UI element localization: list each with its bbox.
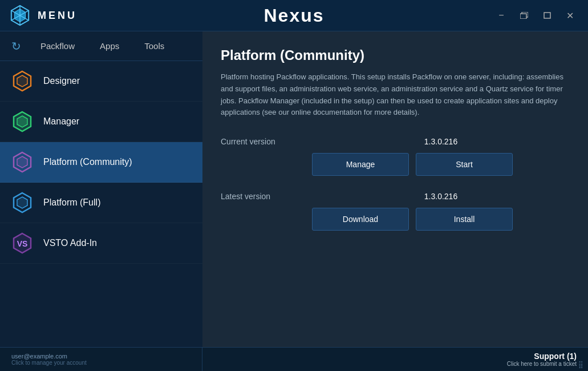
sidebar-item-platform-full[interactable]: Platform (Full) — [0, 183, 202, 223]
refresh-icon[interactable]: ↻ — [11, 39, 21, 53]
page-description: Platform hosting Packflow applications. … — [221, 71, 570, 119]
manager-icon — [11, 111, 33, 132]
title-bar-left: MENU — [9, 5, 77, 26]
platform-full-icon — [11, 192, 33, 213]
svg-rect-6 — [520, 14, 526, 19]
current-version-number: 1.3.0.216 — [312, 137, 570, 146]
platform-community-icon — [11, 151, 33, 173]
bottom-bar: user@example.com Click to manage your ac… — [0, 347, 588, 371]
sidebar-items-list: Designer Manager Platform (Community) — [0, 61, 202, 347]
account-email: user@example.com — [11, 353, 190, 360]
sidebar-item-vsto-label: VSTO Add-In — [43, 238, 97, 248]
content-area: Platform (Community) Platform hosting Pa… — [202, 31, 588, 347]
sidebar-nav: ↻ Packflow Apps Tools — [0, 31, 202, 61]
sidebar-tab-packflow[interactable]: Packflow — [30, 38, 85, 54]
sidebar-item-platform-community-label: Platform (Community) — [43, 157, 132, 167]
current-version-section: Current version 1.3.0.216 Manage Start — [221, 137, 570, 176]
current-version-buttons-row: Manage Start — [221, 153, 570, 176]
latest-version-row: Latest version 1.3.0.216 — [221, 192, 570, 201]
app-title: Nexus — [263, 5, 324, 26]
svg-marker-13 — [17, 156, 27, 168]
sidebar-item-designer-label: Designer — [43, 76, 80, 86]
page-title: Platform (Community) — [221, 47, 570, 63]
sidebar-tab-tools[interactable]: Tools — [134, 38, 175, 54]
current-version-buttons: Manage Start — [312, 153, 513, 176]
current-version-label: Current version — [221, 137, 312, 146]
title-bar: MENU Nexus − ✕ — [0, 0, 588, 31]
menu-label: MENU — [38, 10, 77, 22]
manage-button[interactable]: Manage — [312, 153, 409, 176]
support-hint: Click here to submit a ticket — [507, 361, 577, 367]
minimize-button[interactable]: − — [492, 7, 510, 23]
vsto-icon: VS — [11, 232, 33, 254]
designer-icon — [11, 70, 33, 92]
dots-icon: ⣿ — [578, 361, 583, 369]
latest-version-section: Latest version 1.3.0.216 Download Instal… — [221, 192, 570, 231]
sidebar-item-designer[interactable]: Designer — [0, 61, 202, 102]
sidebar: ↻ Packflow Apps Tools Designer Manager — [0, 31, 202, 347]
restore-button[interactable] — [515, 7, 533, 23]
sidebar-item-vsto-addin[interactable]: VS VSTO Add-In — [0, 223, 202, 264]
svg-marker-9 — [17, 75, 27, 87]
svg-marker-11 — [17, 116, 27, 127]
main-layout: ↻ Packflow Apps Tools Designer Manager — [0, 31, 588, 347]
sidebar-item-manager[interactable]: Manager — [0, 102, 202, 142]
app-logo — [9, 5, 31, 26]
sidebar-item-platform-community[interactable]: Platform (Community) — [0, 142, 202, 183]
latest-version-number: 1.3.0.216 — [312, 192, 570, 201]
maximize-button[interactable] — [538, 7, 556, 23]
latest-version-buttons-row: Download Install — [221, 208, 570, 231]
latest-version-label: Latest version — [221, 192, 312, 201]
current-version-row: Current version 1.3.0.216 — [221, 137, 570, 146]
sidebar-tab-apps[interactable]: Apps — [90, 38, 129, 54]
close-button[interactable]: ✕ — [561, 7, 579, 23]
install-button[interactable]: Install — [416, 208, 513, 231]
support-title: Support (1) — [534, 352, 577, 361]
download-button[interactable]: Download — [312, 208, 409, 231]
sidebar-item-platform-full-label: Platform (Full) — [43, 197, 100, 208]
svg-text:VS: VS — [17, 239, 28, 248]
latest-version-buttons: Download Install — [312, 208, 513, 231]
start-button[interactable]: Start — [416, 153, 513, 176]
svg-marker-15 — [17, 197, 27, 208]
window-controls: − ✕ — [492, 7, 579, 23]
sidebar-item-manager-label: Manager — [43, 116, 79, 127]
svg-rect-7 — [544, 13, 550, 18]
account-hint: Click to manage your account — [11, 360, 190, 366]
support-section[interactable]: Support (1) Click here to submit a ticke… — [202, 348, 588, 371]
account-section[interactable]: user@example.com Click to manage your ac… — [0, 348, 202, 371]
